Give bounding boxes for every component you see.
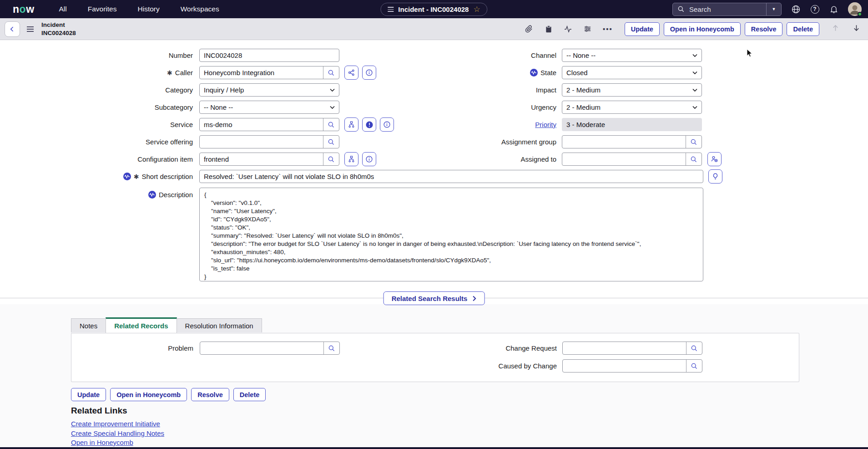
caller-org-chart-button[interactable] [344, 66, 358, 80]
chevron-down-icon [330, 106, 335, 109]
form-title-number: INC0024028 [41, 29, 76, 37]
assigned-to-label: Assigned to [363, 153, 556, 166]
change-request-input[interactable] [563, 342, 686, 354]
footer-update-button[interactable]: Update [71, 388, 106, 401]
more-options-icon[interactable]: ••• [603, 25, 613, 33]
list-icon [388, 7, 394, 12]
state-select[interactable]: Closed [562, 66, 702, 79]
global-menu: All Favorites History Workspaces [59, 5, 219, 13]
globe-icon[interactable] [791, 4, 801, 14]
assign-to-me-button[interactable] [707, 152, 722, 166]
form-header-icons: ••• [525, 25, 613, 34]
personalize-sliders-icon[interactable] [583, 25, 592, 34]
related-links-list: Create Improvement Initiative Create Spe… [71, 420, 164, 449]
chevron-down-icon [330, 88, 335, 92]
form-context-menu-icon[interactable] [27, 26, 34, 32]
tab-resolution-information[interactable]: Resolution Information [177, 318, 262, 332]
link-open-in-honeycomb[interactable]: Open in Honeycomb [71, 439, 164, 446]
menu-all[interactable]: All [59, 5, 67, 13]
clipboard-copy-icon[interactable] [544, 25, 553, 34]
suggestion-lightbulb-button[interactable] [708, 169, 722, 184]
menu-favorites[interactable]: Favorites [88, 5, 117, 13]
chevron-down-icon [692, 88, 697, 92]
incident-form: Number Channel -- None -- ✱ Caller [0, 47, 868, 185]
configuration-item-input[interactable] [200, 153, 323, 165]
tab-related-records[interactable]: Related Records [106, 317, 177, 333]
next-record-arrow-icon[interactable] [852, 24, 861, 34]
integration-wave-icon [148, 191, 156, 199]
menu-history[interactable]: History [138, 5, 160, 13]
short-description-input[interactable] [200, 170, 703, 183]
open-in-honeycomb-button[interactable]: Open in Honeycomb [664, 22, 741, 36]
caller-lookup-button[interactable] [323, 66, 339, 79]
activity-pulse-icon[interactable] [564, 25, 573, 34]
short-description-field [199, 170, 703, 183]
short-description-label-wrap: ✱ Short description [0, 170, 193, 183]
resolve-button[interactable]: Resolve [745, 22, 783, 36]
configuration-item-label: Configuration item [0, 153, 193, 166]
back-button[interactable] [5, 21, 20, 37]
caused-by-change-lookup-button[interactable] [686, 360, 702, 372]
short-description-label: Short description [141, 173, 193, 180]
urgency-select[interactable]: 2 - Medium [562, 101, 702, 114]
service-lookup-button[interactable] [323, 118, 339, 131]
footer-delete-button[interactable]: Delete [233, 388, 266, 401]
subcategory-value: -- None -- [204, 103, 233, 111]
search-field-area[interactable] [673, 5, 766, 14]
problem-input[interactable] [200, 342, 323, 354]
description-textarea[interactable]: { "version": "v0.1.0", "name": "User Lat… [199, 188, 703, 281]
search-scope-dropdown[interactable]: ▼ [766, 3, 781, 15]
assigned-to-lookup-button[interactable] [686, 153, 701, 165]
assigned-to-field [562, 153, 702, 166]
state-label-wrap: State [363, 66, 556, 79]
assignment-group-lookup-button[interactable] [686, 136, 701, 148]
priority-label-link[interactable]: Priority [535, 121, 556, 128]
attachment-paperclip-icon[interactable] [525, 25, 534, 34]
record-pill-label: Incident - INC0024028 [398, 5, 469, 13]
link-create-improvement-initiative[interactable]: Create Improvement Initiative [71, 420, 164, 428]
service-offering-input[interactable] [200, 136, 323, 148]
previous-record-arrow-icon[interactable] [831, 24, 840, 34]
problem-lookup-button[interactable] [323, 342, 339, 354]
configuration-item-lookup-button[interactable] [323, 153, 339, 165]
category-value: Inquiry / Help [204, 86, 244, 94]
link-create-special-handling-notes[interactable]: Create Special Handling Notes [71, 429, 164, 437]
ci-hierarchy-button[interactable] [344, 152, 358, 166]
impact-select[interactable]: 2 - Medium [562, 83, 702, 97]
change-request-lookup-button[interactable] [686, 342, 702, 354]
caller-input[interactable] [200, 66, 323, 79]
hierarchy-icon [348, 121, 355, 128]
footer-open-in-honeycomb-button[interactable]: Open in Honeycomb [110, 388, 187, 401]
current-record-pill[interactable]: Incident - INC0024028 ☆ [380, 3, 487, 16]
help-icon[interactable]: ? [810, 4, 820, 14]
caused-by-change-input[interactable] [563, 360, 686, 372]
impact-label: Impact [363, 83, 556, 97]
user-avatar[interactable] [848, 2, 862, 16]
problem-label: Problem [71, 342, 193, 355]
related-search-results-button[interactable]: Related Search Results [384, 291, 485, 305]
number-input[interactable] [200, 49, 339, 61]
impact-value: 2 - Medium [566, 86, 601, 94]
assigned-to-input[interactable] [562, 153, 686, 165]
update-button[interactable]: Update [625, 22, 660, 36]
description-label: Description [159, 191, 193, 199]
service-input[interactable] [200, 118, 323, 131]
menu-workspaces[interactable]: Workspaces [181, 5, 219, 13]
delete-button[interactable]: Delete [787, 22, 819, 36]
service-offering-lookup-button[interactable] [323, 136, 339, 148]
notifications-bell-icon[interactable] [829, 4, 839, 14]
favorite-star-icon[interactable]: ☆ [473, 5, 480, 13]
assignment-group-input[interactable] [562, 136, 686, 148]
category-select[interactable]: Inquiry / Help [199, 83, 339, 97]
integration-wave-icon [123, 173, 131, 180]
footer-resolve-button[interactable]: Resolve [191, 388, 229, 401]
top-navigation-bar: now All Favorites History Workspaces Inc… [0, 0, 868, 18]
service-offering-field [199, 135, 339, 148]
subcategory-select[interactable]: -- None -- [199, 101, 339, 114]
tab-notes[interactable]: Notes [71, 318, 106, 332]
search-input[interactable] [688, 5, 747, 14]
channel-select[interactable]: -- None -- [562, 49, 702, 62]
now-logo[interactable]: now [13, 3, 35, 15]
service-offering-label: Service offering [0, 135, 193, 148]
service-hierarchy-button[interactable] [344, 117, 358, 132]
